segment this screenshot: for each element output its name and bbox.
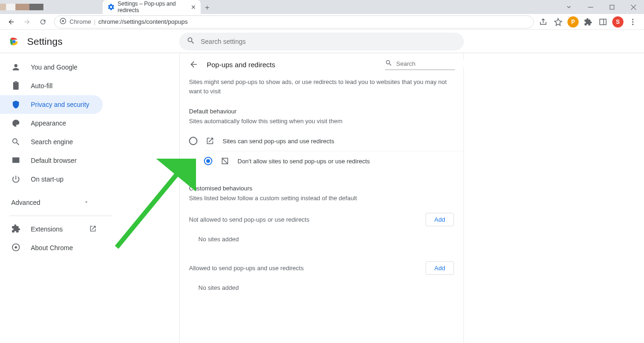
sidebar-item-you-and-google[interactable]: You and Google xyxy=(0,58,103,77)
gear-icon xyxy=(107,3,115,11)
open-in-new-icon xyxy=(89,225,97,234)
sidebar-item-label: On start-up xyxy=(31,175,63,183)
breadcrumb-title: Pop-ups and redirects xyxy=(207,61,275,69)
page-title: Settings xyxy=(27,36,63,47)
svg-line-16 xyxy=(222,158,228,164)
sidebar-item-label: Auto-fill xyxy=(31,82,53,90)
content-search-input[interactable] xyxy=(396,60,475,67)
sidebar-item-privacy[interactable]: Privacy and security xyxy=(0,95,103,114)
tab-2[interactable]: Settings – Pop-ups and redirects ✕ xyxy=(103,0,201,14)
extensions-icon[interactable] xyxy=(582,16,594,28)
not-allowed-label: Not allowed to send pop-ups or use redir… xyxy=(189,216,309,223)
maximize-button[interactable] xyxy=(601,0,623,14)
sidebar-item-autofill[interactable]: Auto-fill xyxy=(0,77,103,95)
back-arrow-icon[interactable] xyxy=(189,60,198,69)
svg-rect-0 xyxy=(610,5,614,9)
radio-allow[interactable]: Sites can send pop-ups and use redirects xyxy=(180,131,463,151)
search-settings[interactable] xyxy=(179,33,464,50)
back-button[interactable] xyxy=(4,14,19,29)
menu-icon[interactable] xyxy=(627,16,638,28)
extensions-label: Extensions xyxy=(31,225,63,233)
sidebar-extensions[interactable]: Extensions xyxy=(0,220,100,238)
add-not-allowed-button[interactable]: Add xyxy=(426,213,454,226)
content: Pop-ups and redirects Sites might send p… xyxy=(179,53,464,343)
allowed-section: Allowed to send pop-ups and use redirect… xyxy=(180,257,463,280)
omnibox[interactable]: Chrome | chrome://settings/content/popup… xyxy=(54,15,534,28)
profile-avatar[interactable]: S xyxy=(612,16,623,28)
minimize-button[interactable] xyxy=(580,0,601,14)
content-search[interactable] xyxy=(385,59,455,70)
tabstrip: Settings – Pop-ups and redirects ✕ ＋ xyxy=(0,0,214,14)
search-icon xyxy=(385,59,392,69)
sidebar-advanced[interactable]: Advanced xyxy=(0,193,100,212)
new-tab-button[interactable]: ＋ xyxy=(201,1,214,14)
search-settings-input[interactable] xyxy=(201,38,456,45)
sidebar-item-label: Privacy and security xyxy=(31,101,89,108)
forward-button[interactable] xyxy=(20,14,35,29)
add-allowed-button[interactable]: Add xyxy=(426,261,454,275)
svg-rect-12 xyxy=(13,157,20,163)
close-icon[interactable]: ✕ xyxy=(191,4,196,11)
popup-blocked-icon xyxy=(221,157,229,165)
browser-icon xyxy=(11,156,21,165)
reload-button[interactable] xyxy=(35,14,50,29)
close-button[interactable] xyxy=(623,0,644,14)
advanced-label: Advanced xyxy=(11,199,40,206)
not-allowed-section: Not allowed to send pop-ups or use redir… xyxy=(180,208,463,231)
sidebar: You and Google Auto-fill Privacy and sec… xyxy=(0,53,121,343)
sidebar-item-label: Default browser xyxy=(31,157,77,164)
puzzle-icon xyxy=(11,224,21,235)
sidebar-item-startup[interactable]: On start-up xyxy=(0,170,103,189)
default-behaviour-head: Default behaviour xyxy=(180,105,463,115)
svg-point-14 xyxy=(15,246,17,248)
bookmark-icon[interactable] xyxy=(553,16,564,28)
clipboard-icon xyxy=(11,81,21,91)
svg-point-2 xyxy=(62,20,64,22)
sidebar-item-label: You and Google xyxy=(31,63,77,71)
url-text: chrome://settings/content/popups xyxy=(98,18,188,25)
extension-badge[interactable]: P xyxy=(567,16,579,28)
radio-icon xyxy=(204,157,212,165)
about-label: About Chrome xyxy=(31,244,73,252)
person-icon xyxy=(11,63,21,72)
svg-point-6 xyxy=(632,21,634,22)
radio-allow-label: Sites can send pop-ups and use redirects xyxy=(223,138,334,145)
chrome-outline-icon xyxy=(11,243,21,253)
sidebar-item-search-engine[interactable]: Search engine xyxy=(0,133,103,151)
not-allowed-empty: No sites added xyxy=(180,231,463,252)
titlebar: Settings – Pop-ups and redirects ✕ ＋ xyxy=(0,0,644,14)
window-controls xyxy=(558,0,644,14)
sidebar-item-default-browser[interactable]: Default browser xyxy=(0,151,103,170)
search-tabs-button[interactable] xyxy=(558,0,580,14)
allowed-empty: No sites added xyxy=(180,280,463,301)
tab-1-favicon-strip xyxy=(5,3,12,11)
tab-2-title: Settings – Pop-ups and redirects xyxy=(118,0,185,14)
svg-point-11 xyxy=(13,40,15,42)
search-icon xyxy=(11,137,21,147)
chrome-logo-icon xyxy=(8,36,20,47)
site-info-icon[interactable] xyxy=(59,17,67,26)
side-panel-icon[interactable] xyxy=(597,16,609,28)
sidebar-item-label: Search engine xyxy=(31,138,73,146)
power-icon xyxy=(11,175,21,184)
default-behaviour-sub: Sites automatically follow this setting … xyxy=(180,115,463,131)
sidebar-about[interactable]: About Chrome xyxy=(0,238,100,257)
url-prefix: Chrome xyxy=(70,18,91,25)
tab-1[interactable] xyxy=(0,0,103,14)
svg-point-7 xyxy=(632,23,634,25)
radio-block[interactable]: Don't allow sites to send pop-ups or use… xyxy=(204,151,463,171)
custom-behaviour-sub: Sites listed below follow a custom setti… xyxy=(180,192,463,208)
page-header: Settings xyxy=(0,30,644,53)
open-in-new-icon xyxy=(206,137,214,145)
share-icon[interactable] xyxy=(538,16,549,28)
svg-point-5 xyxy=(632,19,634,20)
intro-text: Sites might send pop-ups to show ads, or… xyxy=(180,76,463,105)
shield-icon xyxy=(11,100,21,109)
custom-behaviour-head: Customised behaviours xyxy=(180,182,463,192)
radio-block-label: Don't allow sites to send pop-ups or use… xyxy=(238,158,370,165)
palette-icon xyxy=(11,119,21,128)
sidebar-item-appearance[interactable]: Appearance xyxy=(0,114,103,133)
toolbar: Chrome | chrome://settings/content/popup… xyxy=(0,14,644,30)
sidebar-item-label: Appearance xyxy=(31,119,66,127)
svg-rect-3 xyxy=(600,19,606,25)
